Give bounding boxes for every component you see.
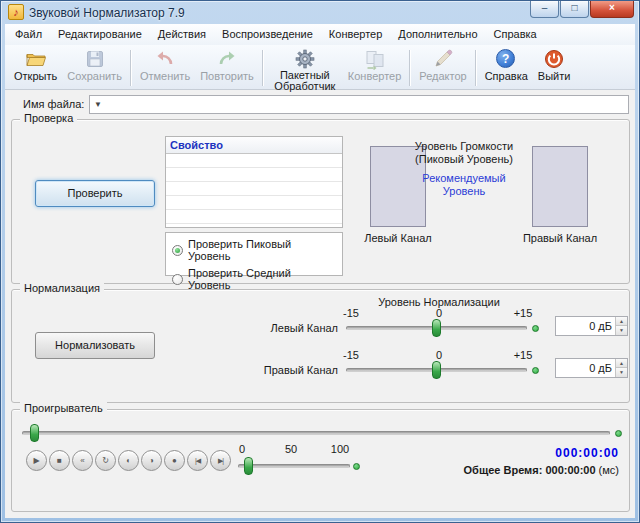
gear-icon xyxy=(294,48,316,70)
player-balance-left-button[interactable]: ◐ xyxy=(118,450,139,471)
toolbar-open-button[interactable]: Открыть xyxy=(9,47,62,83)
window-title: Звуковой Нормализатор 7.9 xyxy=(29,6,185,20)
redo-arrow-icon xyxy=(216,48,238,70)
next-icon: ▶| xyxy=(218,457,223,465)
player-balance-right-button[interactable]: ◑ xyxy=(141,450,162,471)
radio-unselected-icon xyxy=(172,274,183,285)
current-time: 000:00:00 xyxy=(419,446,619,460)
previous-icon: |◀ xyxy=(195,457,200,465)
repeat-icon: ↻ xyxy=(102,456,109,465)
radio-selected-icon xyxy=(172,245,183,256)
dropdown-arrow-icon[interactable]: ▼ xyxy=(94,100,102,110)
toolbar-undo-label: Отменить xyxy=(140,70,190,82)
left-channel-slider[interactable] xyxy=(343,317,539,339)
toolbar-redo-label: Повторить xyxy=(200,70,254,82)
client-area: Файл Редактирование Действия Воспроизвед… xyxy=(5,24,635,518)
volume-max-label: 100 xyxy=(324,443,356,455)
volume-handle[interactable] xyxy=(244,457,253,475)
check-button[interactable]: Проверить xyxy=(35,180,155,207)
recommended-level-link[interactable]: Рекомендуемый Уровень xyxy=(389,172,539,198)
left-db-value[interactable]: 0 дБ xyxy=(589,320,612,332)
seek-track[interactable] xyxy=(22,431,610,435)
toolbar-converter-label: Конвертер xyxy=(348,70,401,82)
toolbar-separator xyxy=(130,50,132,86)
slider-handle[interactable] xyxy=(432,319,441,337)
player-rewind-button[interactable]: « xyxy=(72,450,93,471)
player-repeat-button[interactable]: ↻ xyxy=(95,450,116,471)
player-group: Проигрыватель ▶ ■ « ↻ ◐ ◑ ● |◀ ▶| 0 5 xyxy=(11,409,630,512)
minimize-button[interactable]: – xyxy=(530,1,559,18)
toolbar-exit-button[interactable]: Выйти xyxy=(533,47,576,83)
total-time: Общее Время: 000:00:00 (мс) xyxy=(299,464,619,476)
normalize-button[interactable]: Нормализовать xyxy=(35,332,155,359)
right-channel-slider-label: Правый Канал xyxy=(222,364,338,376)
right-channel-meter-label: Правый Канал xyxy=(517,232,603,244)
seek-handle[interactable] xyxy=(30,424,39,442)
right-db-spinbox[interactable]: 0 дБ ▲ ▼ xyxy=(555,358,628,378)
recommended-level-link-line1: Рекомендуемый xyxy=(389,172,539,185)
file-name-combobox[interactable]: ▼ xyxy=(89,95,629,114)
menu-actions[interactable]: Действия xyxy=(150,24,214,45)
player-play-button[interactable]: ▶ xyxy=(26,450,47,471)
slider-handle[interactable] xyxy=(432,361,441,379)
left-channel-slider-label: Левый Канал xyxy=(222,322,338,334)
properties-table-header: Свойство xyxy=(166,137,342,154)
play-icon: ▶ xyxy=(33,456,39,465)
close-button[interactable]: × xyxy=(590,1,634,18)
toolbar-converter-button[interactable]: Конвертер xyxy=(343,47,406,83)
table-row[interactable] xyxy=(166,210,342,224)
table-row[interactable] xyxy=(166,154,342,168)
maximize-button[interactable]: □ xyxy=(560,1,589,18)
spin-down-button[interactable]: ▼ xyxy=(616,368,627,377)
app-window: ♪ Звуковой Нормализатор 7.9 – □ × Файл Р… xyxy=(0,0,640,523)
volume-level-title: Уровень Громкости (Пиковый Уровень) xyxy=(389,140,539,166)
menu-help[interactable]: Справка xyxy=(486,24,545,45)
rewind-icon: « xyxy=(80,456,84,465)
toolbar-editor-button[interactable]: Редактор xyxy=(414,47,471,83)
menu-converter[interactable]: Конвертер xyxy=(321,24,390,45)
toolbar-exit-label: Выйти xyxy=(538,70,571,82)
right-channel-meter xyxy=(532,146,588,227)
help-question-icon: ? xyxy=(495,48,517,70)
table-row[interactable] xyxy=(166,168,342,182)
mute-icon: ● xyxy=(172,456,177,465)
seek-slider[interactable] xyxy=(18,422,624,444)
table-row[interactable] xyxy=(166,182,342,196)
player-stop-button[interactable]: ■ xyxy=(49,450,70,471)
toolbar-save-label: Сохранить xyxy=(67,70,122,82)
toolbar-save-button[interactable]: Сохранить xyxy=(62,47,127,83)
left-db-spinbox[interactable]: 0 дБ ▲ ▼ xyxy=(555,316,628,336)
right-db-value[interactable]: 0 дБ xyxy=(589,362,612,374)
toolbar-help-button[interactable]: ? Справка xyxy=(480,47,533,83)
file-name-label: Имя файла: xyxy=(23,98,84,110)
spin-down-button[interactable]: ▼ xyxy=(616,326,627,335)
player-previous-button[interactable]: |◀ xyxy=(187,450,208,471)
right-channel-slider[interactable] xyxy=(343,359,539,381)
power-exit-icon xyxy=(543,48,565,70)
radio-average-label: Проверить Средний Уровень xyxy=(188,267,336,291)
menu-file[interactable]: Файл xyxy=(7,24,50,45)
left-channel-meter-label: Левый Канал xyxy=(355,232,441,244)
save-floppy-icon xyxy=(84,48,106,70)
recommended-level-link-line2: Уровень xyxy=(389,185,539,198)
normalize-group: Нормализация Нормализовать Уровень Норма… xyxy=(11,289,630,403)
spin-up-button[interactable]: ▲ xyxy=(616,317,627,326)
properties-table: Свойство xyxy=(165,136,343,228)
radio-check-average-level[interactable]: Проверить Средний Уровень xyxy=(172,267,336,291)
menu-edit[interactable]: Редактирование xyxy=(50,24,150,45)
toolbar-editor-label: Редактор xyxy=(419,70,466,82)
toolbar-redo-button[interactable]: Повторить xyxy=(195,47,259,83)
table-row[interactable] xyxy=(166,196,342,210)
normalize-group-title: Нормализация xyxy=(20,282,104,294)
app-icon: ♪ xyxy=(8,4,24,20)
toolbar-batch-processor-button[interactable]: Пакетный Обработчик xyxy=(267,47,343,93)
menu-extra[interactable]: Дополнительно xyxy=(390,24,485,45)
spin-up-button[interactable]: ▲ xyxy=(616,359,627,368)
check-group: Проверка Проверить Свойство Проверить Пи… xyxy=(11,119,630,284)
menu-playback[interactable]: Воспроизведение xyxy=(214,24,321,45)
player-mute-button[interactable]: ● xyxy=(164,450,185,471)
seek-end-marker-icon xyxy=(615,430,622,437)
radio-check-peak-level[interactable]: Проверить Пиковый Уровень xyxy=(172,238,336,262)
toolbar-undo-button[interactable]: Отменить xyxy=(135,47,195,83)
toolbar: Открыть Сохранить xyxy=(5,45,635,90)
